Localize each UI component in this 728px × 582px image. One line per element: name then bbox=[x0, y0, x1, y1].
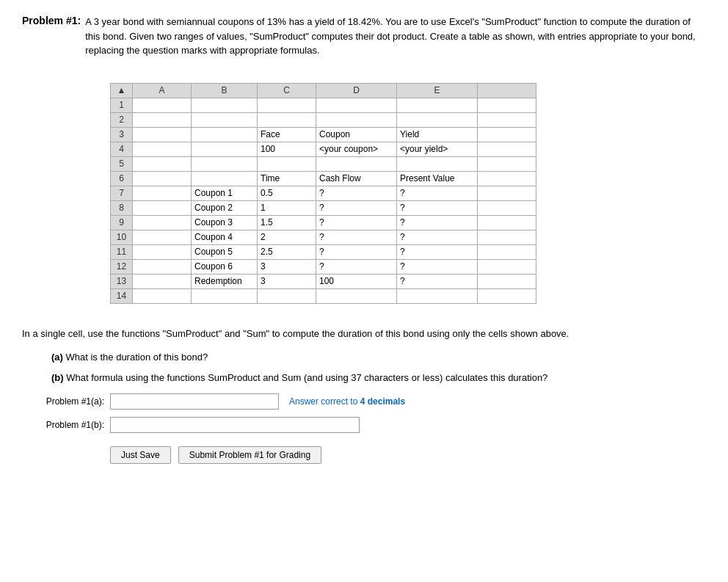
cell-12-a bbox=[133, 259, 192, 274]
problem-b-input[interactable] bbox=[110, 417, 360, 433]
cell-8-d: ? bbox=[316, 200, 397, 215]
cell-7-b: Coupon 1 bbox=[192, 186, 258, 200]
row-number-cell: 13 bbox=[111, 274, 133, 288]
cell-14-e bbox=[397, 288, 478, 303]
cell-1-e bbox=[397, 98, 478, 112]
cell-9-a bbox=[133, 215, 192, 230]
cell-5-e bbox=[397, 156, 478, 171]
col-header-rownum: ▲ bbox=[111, 83, 133, 98]
row-number-cell: 8 bbox=[111, 200, 133, 215]
cell-8-a bbox=[133, 200, 192, 215]
cell-8-c: 1 bbox=[258, 200, 316, 215]
table-row: 2 bbox=[111, 112, 536, 127]
cell-11-e: ? bbox=[397, 244, 478, 259]
cell-3-b bbox=[192, 127, 258, 142]
cell-8-e: ? bbox=[397, 200, 478, 215]
cell-14-c bbox=[258, 288, 316, 303]
button-row: Just Save Submit Problem #1 for Grading bbox=[110, 446, 706, 464]
cell-11-c: 2.5 bbox=[258, 244, 316, 259]
cell-14-f bbox=[478, 288, 536, 303]
cell-4-d: <your coupon> bbox=[316, 142, 397, 156]
cell-3-c: Face bbox=[258, 127, 316, 142]
cell-7-e: ? bbox=[397, 186, 478, 200]
row-number-cell: 1 bbox=[111, 98, 133, 112]
table-row: 8Coupon 21?? bbox=[111, 200, 536, 215]
col-header-f bbox=[478, 83, 536, 98]
cell-2-a bbox=[133, 112, 192, 127]
cell-10-f bbox=[478, 230, 536, 244]
cell-4-b bbox=[192, 142, 258, 156]
cell-2-d bbox=[316, 112, 397, 127]
cell-1-b bbox=[192, 98, 258, 112]
cell-4-f bbox=[478, 142, 536, 156]
cell-13-e: ? bbox=[397, 274, 478, 288]
sub-b-text: What formula using the functions SumProd… bbox=[66, 372, 547, 383]
cell-10-a bbox=[133, 230, 192, 244]
cell-4-e: <your yield> bbox=[397, 142, 478, 156]
problem-a-input[interactable] bbox=[110, 393, 279, 410]
input-label-a: Problem #1(a): bbox=[22, 396, 110, 407]
sub-b-label: (b) bbox=[51, 372, 64, 383]
spreadsheet-table: ▲ A B C D E 123FaceCouponYield4100<your … bbox=[110, 83, 536, 304]
cell-8-b: Coupon 2 bbox=[192, 200, 258, 215]
answer-hint-bold: 4 decimals bbox=[360, 396, 405, 407]
row-number-cell: 3 bbox=[111, 127, 133, 142]
cell-2-c bbox=[258, 112, 316, 127]
row-number-cell: 10 bbox=[111, 230, 133, 244]
cell-5-c bbox=[258, 156, 316, 171]
cell-2-b bbox=[192, 112, 258, 127]
spreadsheet-container: ▲ A B C D E 123FaceCouponYield4100<your … bbox=[110, 83, 536, 304]
cell-9-e: ? bbox=[397, 215, 478, 230]
sub-a-label: (a) bbox=[51, 352, 63, 363]
cell-3-a bbox=[133, 127, 192, 142]
col-header-c: C bbox=[258, 83, 316, 98]
cell-9-b: Coupon 3 bbox=[192, 215, 258, 230]
cell-4-a bbox=[133, 142, 192, 156]
row-number-cell: 4 bbox=[111, 142, 133, 156]
cell-9-d: ? bbox=[316, 215, 397, 230]
cell-12-b: Coupon 6 bbox=[192, 259, 258, 274]
cell-2-f bbox=[478, 112, 536, 127]
row-number-cell: 9 bbox=[111, 215, 133, 230]
cell-12-f bbox=[478, 259, 536, 274]
cell-7-c: 0.5 bbox=[258, 186, 316, 200]
cell-13-a bbox=[133, 274, 192, 288]
sub-a-text: What is the duration of this bond? bbox=[66, 352, 208, 363]
table-row: 4100<your coupon><your yield> bbox=[111, 142, 536, 156]
table-row: 13Redemption3100? bbox=[111, 274, 536, 288]
col-header-b: B bbox=[192, 83, 258, 98]
followup-text: In a single cell, use the functions "Sum… bbox=[22, 327, 682, 342]
input-row-a: Problem #1(a): Answer correct to 4 decim… bbox=[22, 393, 706, 410]
table-row: 10Coupon 42?? bbox=[111, 230, 536, 244]
cell-14-d bbox=[316, 288, 397, 303]
cell-13-f bbox=[478, 274, 536, 288]
cell-7-f bbox=[478, 186, 536, 200]
cell-5-b bbox=[192, 156, 258, 171]
cell-9-c: 1.5 bbox=[258, 215, 316, 230]
cell-12-e: ? bbox=[397, 259, 478, 274]
input-label-b: Problem #1(b): bbox=[22, 420, 110, 430]
row-number-cell: 14 bbox=[111, 288, 133, 303]
cell-13-c: 3 bbox=[258, 274, 316, 288]
table-row: 9Coupon 31.5?? bbox=[111, 215, 536, 230]
col-header-d: D bbox=[316, 83, 397, 98]
sub-question-a: (a) What is the duration of this bond? bbox=[51, 350, 682, 365]
submit-button[interactable]: Submit Problem #1 for Grading bbox=[178, 446, 321, 464]
problem-title: Problem #1: bbox=[22, 15, 81, 58]
cell-14-b bbox=[192, 288, 258, 303]
cell-13-b: Redemption bbox=[192, 274, 258, 288]
cell-2-e bbox=[397, 112, 478, 127]
row-number-cell: 12 bbox=[111, 259, 133, 274]
cell-8-f bbox=[478, 200, 536, 215]
cell-13-d: 100 bbox=[316, 274, 397, 288]
table-row: 12Coupon 63?? bbox=[111, 259, 536, 274]
cell-11-b: Coupon 5 bbox=[192, 244, 258, 259]
cell-4-c: 100 bbox=[258, 142, 316, 156]
row-number-cell: 2 bbox=[111, 112, 133, 127]
col-header-e: E bbox=[397, 83, 478, 98]
row-number-cell: 7 bbox=[111, 186, 133, 200]
cell-6-e: Present Value bbox=[397, 171, 478, 186]
row-number-cell: 6 bbox=[111, 171, 133, 186]
just-save-button[interactable]: Just Save bbox=[110, 446, 171, 464]
cell-6-c: Time bbox=[258, 171, 316, 186]
